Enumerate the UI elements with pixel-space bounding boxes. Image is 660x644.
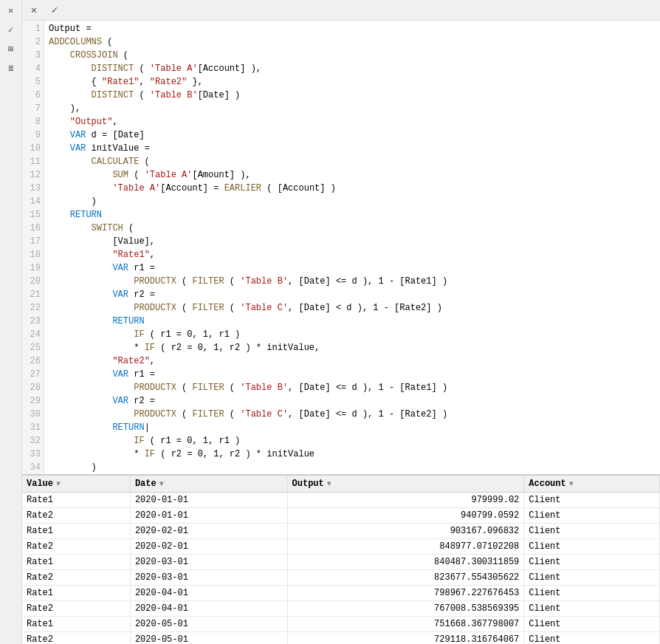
line-number: 21 — [22, 288, 44, 301]
code-line: DISTINCT ( 'Table B'[Date] ) — [49, 89, 660, 102]
code-line: ) — [49, 461, 660, 474]
cell-account: Client — [524, 555, 660, 570]
line-number: 13 — [22, 182, 44, 195]
cell-value: Rate1 — [22, 586, 130, 601]
cell-date: 2020-01-01 — [130, 493, 287, 508]
line-number: 29 — [22, 394, 44, 408]
line-numbers: 1234567891011121314151617181920212223242… — [22, 21, 44, 474]
close-button[interactable]: ✕ — [27, 3, 41, 18]
table-row[interactable]: Rate22020-03-01823677.554305622Client — [22, 570, 660, 586]
code-line: ), — [49, 102, 660, 115]
table-row[interactable]: Rate22020-02-01848977.07102208Client — [22, 539, 660, 555]
line-number: 7 — [22, 102, 44, 115]
sidebar-icon-lines[interactable]: ≣ — [4, 61, 18, 75]
table-row[interactable]: Rate12020-04-01798967.227676453Client — [22, 586, 660, 601]
col-label-output: Output — [292, 479, 324, 489]
line-number: 23 — [22, 315, 44, 328]
table-row[interactable]: Rate22020-04-01767008.538569395Client — [22, 601, 660, 617]
col-header-output[interactable]: Output▼ — [287, 476, 524, 493]
cell-account: Client — [524, 508, 660, 524]
line-number: 11 — [22, 155, 44, 168]
sort-icon-value[interactable]: ▼ — [56, 480, 61, 488]
cell-date: 2020-02-01 — [130, 524, 287, 539]
data-table-container: Value▼Date▼Output▼Account▼ Rate12020-01-… — [22, 474, 660, 644]
cell-account: Client — [524, 570, 660, 586]
confirm-button[interactable]: ✓ — [47, 3, 62, 18]
code-line: PRODUCTX ( FILTER ( 'Table C', [Date] < … — [49, 301, 660, 315]
code-line: ) — [49, 195, 660, 208]
line-number: 8 — [22, 115, 44, 129]
sort-icon-output[interactable]: ▼ — [327, 480, 331, 488]
code-line: DISTINCT ( 'Table A'[Account] ), — [49, 62, 660, 75]
line-number: 17 — [22, 235, 44, 248]
cell-value: Rate2 — [22, 570, 130, 586]
line-number: 18 — [22, 248, 44, 261]
line-number: 1 — [22, 22, 44, 35]
line-number: 28 — [22, 381, 44, 394]
table-body: Rate12020-01-01979999.02ClientRate22020-… — [22, 493, 660, 645]
line-number: 31 — [22, 421, 44, 434]
table-row[interactable]: Rate22020-05-01729118.316764067Client — [22, 632, 660, 645]
col-header-account[interactable]: Account▼ — [524, 476, 660, 493]
table-row[interactable]: Rate22020-01-01940799.0592Client — [22, 508, 660, 524]
data-table: Value▼Date▼Output▼Account▼ Rate12020-01-… — [22, 476, 660, 644]
cell-account: Client — [524, 493, 660, 508]
table-row[interactable]: Rate12020-02-01903167.096832Client — [22, 524, 660, 539]
code-line: RETURN — [49, 208, 660, 222]
cell-account: Client — [524, 524, 660, 539]
cell-value: Rate2 — [22, 539, 130, 555]
col-header-date[interactable]: Date▼ — [130, 476, 287, 493]
line-number: 5 — [22, 75, 44, 89]
cell-output: 823677.554305622 — [287, 570, 524, 586]
sidebar: ✕ ✓ ⊞ ≣ — [0, 0, 22, 644]
line-number: 3 — [22, 49, 44, 62]
code-editor[interactable]: 1234567891011121314151617181920212223242… — [22, 21, 660, 474]
cell-output: 979999.02 — [287, 493, 524, 508]
cell-output: 848977.07102208 — [287, 539, 524, 555]
code-lines[interactable]: Output = ADDCOLUMNS ( CROSSJOIN ( DISTIN… — [44, 21, 660, 474]
cell-date: 2020-04-01 — [130, 586, 287, 601]
sidebar-icon-check[interactable]: ✓ — [4, 22, 18, 37]
cell-account: Client — [524, 539, 660, 555]
cell-account: Client — [524, 601, 660, 617]
sidebar-icon-close[interactable]: ✕ — [4, 3, 18, 18]
sort-icon-date[interactable]: ▼ — [159, 480, 164, 488]
cell-value: Rate1 — [22, 555, 130, 570]
code-line: PRODUCTX ( FILTER ( 'Table B', [Date] <=… — [49, 275, 660, 288]
line-number: 10 — [22, 142, 44, 155]
code-line: SUM ( 'Table A'[Amount] ), — [49, 168, 660, 182]
code-line: CROSSJOIN ( — [49, 49, 660, 62]
table-row[interactable]: Rate12020-03-01840487.300311859Client — [22, 555, 660, 570]
line-number: 22 — [22, 301, 44, 315]
cell-output: 940799.0592 — [287, 508, 524, 524]
code-line: RETURN — [49, 315, 660, 328]
code-line: * IF ( r2 = 0, 1, r2 ) * initValue, — [49, 341, 660, 354]
line-number: 26 — [22, 354, 44, 368]
code-line: SWITCH ( — [49, 222, 660, 235]
line-number: 15 — [22, 208, 44, 222]
cell-value: Rate1 — [22, 493, 130, 508]
toolbar: ✕ ✓ — [22, 0, 660, 21]
cell-date: 2020-03-01 — [130, 555, 287, 570]
sort-icon-account[interactable]: ▼ — [569, 480, 574, 488]
table-row[interactable]: Rate12020-01-01979999.02Client — [22, 493, 660, 508]
cell-value: Rate1 — [22, 617, 130, 632]
table-row[interactable]: Rate12020-05-01751668.367798007Client — [22, 617, 660, 632]
code-line: IF ( r1 = 0, 1, r1 ) — [49, 434, 660, 448]
code-line: CALCULATE ( — [49, 155, 660, 168]
col-label-date: Date — [135, 479, 157, 489]
line-number: 12 — [22, 168, 44, 182]
cell-value: Rate2 — [22, 601, 130, 617]
cell-date: 2020-05-01 — [130, 617, 287, 632]
cell-output: 840487.300311859 — [287, 555, 524, 570]
line-number: 34 — [22, 461, 44, 474]
line-number: 14 — [22, 195, 44, 208]
sidebar-icon-grid[interactable]: ⊞ — [4, 41, 18, 56]
cell-account: Client — [524, 617, 660, 632]
line-number: 4 — [22, 62, 44, 75]
col-header-value[interactable]: Value▼ — [22, 476, 130, 493]
cell-value: Rate2 — [22, 508, 130, 524]
line-number: 33 — [22, 448, 44, 461]
line-number: 6 — [22, 89, 44, 102]
cell-output: 798967.227676453 — [287, 586, 524, 601]
